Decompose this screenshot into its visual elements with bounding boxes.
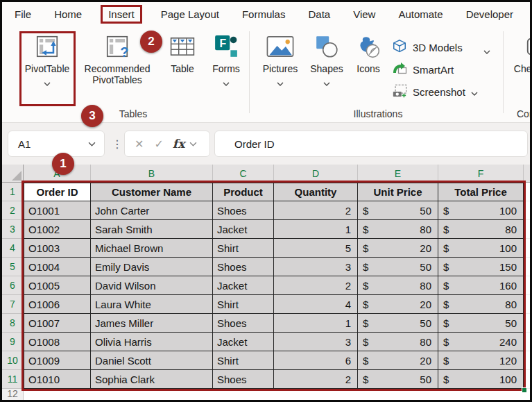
formula-bar: A1 ⋮ ✕ ✓ fx Order ID [2,123,530,165]
pictures-button[interactable]: Pictures [255,33,306,88]
ribbon: PivotTable ? Recommended PivotTables [2,26,530,123]
forms-label: Forms [212,63,240,74]
tables-group-label: Tables [19,108,248,119]
chevron-down-icon [223,77,230,88]
annotation-step-2: 2 [140,31,162,53]
chevron-down-icon [277,77,284,88]
row-header[interactable]: 2 [2,201,24,220]
name-box[interactable]: A1 [8,131,105,157]
select-all-corner[interactable] [2,165,24,183]
annotation-step-1: 1 [52,153,74,175]
tab-file[interactable]: File [15,8,31,20]
row-header[interactable]: 5 [2,258,24,276]
screenshot-icon [392,83,407,101]
forms-button[interactable]: F Forms [206,33,246,88]
svg-text:F: F [219,37,226,49]
formula-bar-grip[interactable]: ⋮ [112,131,123,157]
pictures-label: Pictures [263,63,298,74]
insert-function-icon[interactable]: fx [173,137,185,151]
3d-models-icon [392,39,407,56]
3d-models-button[interactable]: 3D Models [392,37,463,57]
row-header[interactable]: 8 [2,314,24,333]
formula-value: Order ID [234,138,275,150]
3d-models-label: 3D Models [413,42,463,53]
pictures-icon [265,33,295,60]
tab-data[interactable]: Data [308,8,330,20]
chevron-down-icon[interactable] [189,142,197,146]
screenshot-button[interactable]: Screenshot [392,82,478,101]
tab-developer[interactable]: Developer [466,8,513,20]
shapes-icon [314,33,339,60]
group-separator [249,31,250,113]
row-header[interactable]: 11 [2,370,24,389]
controls-group-label: Controls [506,108,532,119]
row-header[interactable]: 6 [2,276,24,295]
table-button[interactable]: Table [160,33,205,74]
chevron-down-icon [323,77,330,88]
annotation-box-pivottable [19,31,76,106]
chevron-down-icon[interactable] [483,44,490,57]
tab-page-layout[interactable]: Page Layout [161,8,219,20]
icons-label: Icons [357,63,379,74]
tab-view[interactable]: View [353,8,375,20]
checkbox-button[interactable]: Checkbox [511,33,532,74]
enter-icon[interactable]: ✓ [154,137,163,151]
row-header[interactable]: 3 [2,220,24,239]
chevron-down-icon [471,86,478,98]
shapes-label: Shapes [310,63,343,74]
group-separator [503,31,504,113]
row-header-12[interactable]: 12 [2,389,24,400]
chevron-down-icon[interactable] [88,142,96,146]
selection-fill-handle[interactable] [522,387,527,393]
tab-home[interactable]: Home [54,8,82,20]
row-header[interactable]: 10 [2,351,24,370]
checkbox-icon [526,33,532,60]
row-header[interactable]: 4 [2,239,24,258]
annotation-box-table-range [22,181,526,391]
formula-input[interactable]: Order ID [214,131,528,157]
checkbox-label: Checkbox [514,63,532,74]
screenshot-label: Screenshot [413,86,465,98]
tab-insert[interactable]: Insert [101,5,142,24]
cancel-icon[interactable]: ✕ [135,137,144,151]
ribbon-tab-bar: File Home Insert Page Layout Formulas Da… [2,2,530,26]
smartart-label: SmartArt [413,64,454,76]
forms-icon: F [214,33,239,60]
tab-automate[interactable]: Automate [398,8,443,20]
name-box-value: A1 [18,138,31,150]
row-header[interactable]: 1 [2,183,24,201]
smartart-icon [392,61,407,78]
annotation-step-3: 3 [81,105,103,127]
row-header[interactable]: 9 [2,333,24,351]
icons-button[interactable]: Icons [349,33,388,74]
table-label: Table [171,63,194,74]
smartart-button[interactable]: SmartArt [392,60,454,79]
recommended-pivottables-icon: ? [104,33,130,60]
svg-text:?: ? [120,44,128,60]
recommended-pivottables-label: Recommended PivotTables [85,63,151,85]
formula-buttons: ✕ ✓ fx [124,131,210,157]
icons-icon [356,33,381,60]
row-header[interactable]: 7 [2,295,24,314]
shapes-button[interactable]: Shapes [304,33,349,88]
tab-formulas[interactable]: Formulas [242,8,286,20]
table-icon [170,33,195,60]
illustrations-group-label: Illustrations [255,108,501,119]
excel-window: File Home Insert Page Layout Formulas Da… [0,0,532,402]
